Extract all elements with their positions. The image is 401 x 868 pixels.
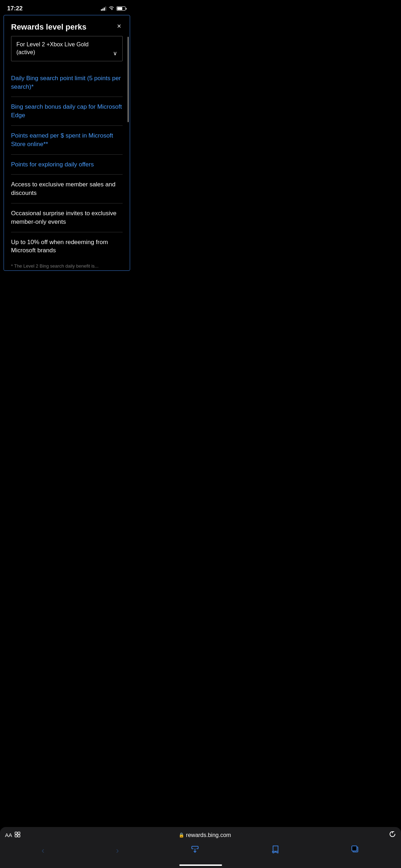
status-time: 17:22 [7,5,22,12]
perk-points-per-dollar: Points earned per $ spent in Microsoft S… [11,126,123,155]
perk-exclusive-sales: Access to exclusive member sales and dis… [11,175,123,203]
perk-text: Occasional surprise invites to exclusive… [11,210,117,225]
close-button[interactable]: × [115,22,123,30]
battery-icon [117,6,127,11]
level-dropdown[interactable]: For Level 2 +Xbox Live Gold(active) ∨ [11,36,123,61]
dropdown-text: For Level 2 +Xbox Live Gold(active) [16,41,88,57]
perk-text: Bing search bonus daily cap for Microsof… [11,103,122,119]
chevron-down-icon: ∨ [113,50,117,57]
perk-text: Points for exploring daily offers [11,161,94,168]
status-icons [101,6,127,11]
scrollbar[interactable] [128,37,129,122]
perk-daily-offers: Points for exploring daily offers [11,155,123,175]
perk-text: Access to exclusive member sales and dis… [11,181,115,196]
perks-list: Daily Bing search point limit (5 points … [4,68,130,260]
modal-header: Rewards level perks × [4,15,130,36]
perk-redeem-discount: Up to 10% off when redeeming from Micros… [11,232,123,261]
status-bar: 17:22 [0,0,134,15]
perk-text: Points earned per $ spent in Microsoft S… [11,132,113,148]
perk-text: Daily Bing search point limit (5 points … [11,75,121,90]
modal-title: Rewards level perks [11,22,87,32]
perk-bing-edge-bonus: Bing search bonus daily cap for Microsof… [11,97,123,126]
wifi-icon [108,6,114,11]
perk-daily-bing-search: Daily Bing search point limit (5 points … [11,68,123,97]
signal-icon [101,6,106,11]
perk-surprise-invites: Occasional surprise invites to exclusive… [11,203,123,232]
perk-text: Up to 10% off when redeeming from Micros… [11,239,108,254]
footnote-hint: * The Level 2 Bing search daily benefit … [4,260,130,270]
rewards-modal: Rewards level perks × For Level 2 +Xbox … [4,15,130,271]
